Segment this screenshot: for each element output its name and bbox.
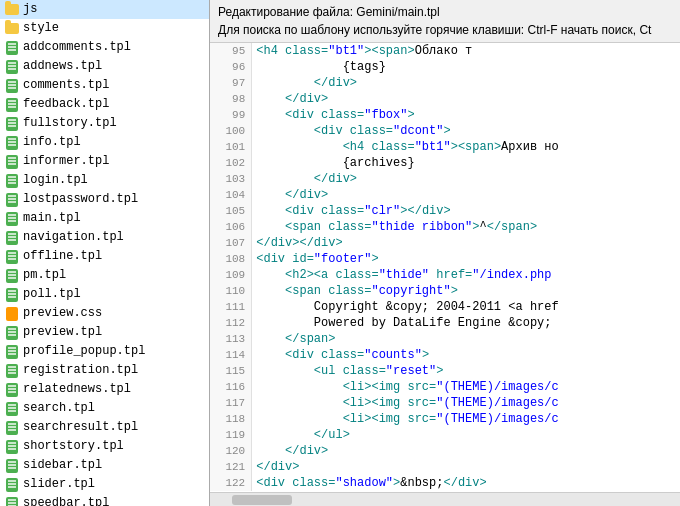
line-number: 96 [210, 59, 252, 75]
tpl-file-icon [6, 155, 18, 169]
tpl-file-icon [6, 136, 18, 150]
file-tree-item[interactable]: lostpassword.tpl [0, 190, 209, 209]
code-row: 102 {archives} [210, 155, 680, 171]
file-name: search.tpl [23, 400, 95, 417]
file-tree-item[interactable]: main.tpl [0, 209, 209, 228]
code-row: 119 </ul> [210, 427, 680, 443]
file-tree-item[interactable]: js [0, 0, 209, 19]
tpl-file-icon [6, 459, 18, 473]
file-tree-item[interactable]: fullstory.tpl [0, 114, 209, 133]
code-line: </div> [252, 443, 680, 459]
line-number: 110 [210, 283, 252, 299]
file-name: sidebar.tpl [23, 457, 102, 474]
code-line: <ul class="reset"> [252, 363, 680, 379]
bottom-scrollbar[interactable] [210, 492, 680, 506]
code-line: <div class="clr"></div> [252, 203, 680, 219]
main-container: jsstyleaddcomments.tpladdnews.tplcomment… [0, 0, 680, 506]
file-name: js [23, 1, 37, 18]
code-row: 109 <h2><a class="thide" href="/index.ph… [210, 267, 680, 283]
line-number: 115 [210, 363, 252, 379]
code-row: 105 <div class="clr"></div> [210, 203, 680, 219]
file-name: addnews.tpl [23, 58, 102, 75]
file-tree-item[interactable]: preview.css [0, 304, 209, 323]
code-line: </div> [252, 171, 680, 187]
code-line: Powered by DataLife Engine &copy; [252, 315, 680, 331]
line-number: 97 [210, 75, 252, 91]
file-tree-item[interactable]: slider.tpl [0, 475, 209, 494]
code-row: 111 Copyright &copy; 2004-2011 <a href [210, 299, 680, 315]
file-tree-item[interactable]: addcomments.tpl [0, 38, 209, 57]
file-name: preview.css [23, 305, 102, 322]
file-tree-item[interactable]: pm.tpl [0, 266, 209, 285]
code-line: </div> [252, 75, 680, 91]
file-tree-item[interactable]: profile_popup.tpl [0, 342, 209, 361]
file-name: fullstory.tpl [23, 115, 117, 132]
file-tree-item[interactable]: login.tpl [0, 171, 209, 190]
file-tree-item[interactable]: offline.tpl [0, 247, 209, 266]
file-tree-item[interactable]: style [0, 19, 209, 38]
line-number: 113 [210, 331, 252, 347]
file-tree-item[interactable]: search.tpl [0, 399, 209, 418]
tpl-file-icon [6, 41, 18, 55]
code-line: <h4 class="bt1"><span>Архив но [252, 139, 680, 155]
code-row: 95<h4 class="bt1"><span>Облако т [210, 43, 680, 59]
code-row: 101 <h4 class="bt1"><span>Архив но [210, 139, 680, 155]
file-tree-item[interactable]: feedback.tpl [0, 95, 209, 114]
code-row: 99 <div class="fbox"> [210, 107, 680, 123]
file-tree-item[interactable]: informer.tpl [0, 152, 209, 171]
file-tree-item[interactable]: comments.tpl [0, 76, 209, 95]
line-number: 109 [210, 267, 252, 283]
tpl-file-icon [6, 98, 18, 112]
file-tree-item[interactable]: info.tpl [0, 133, 209, 152]
file-tree-item[interactable]: sidebar.tpl [0, 456, 209, 475]
line-number: 117 [210, 395, 252, 411]
code-row: 96 {tags} [210, 59, 680, 75]
line-number: 118 [210, 411, 252, 427]
file-name: offline.tpl [23, 248, 102, 265]
code-row: 113 </span> [210, 331, 680, 347]
tpl-file-icon [6, 421, 18, 435]
file-name: lostpassword.tpl [23, 191, 138, 208]
code-line: <div id="footer"> [252, 251, 680, 267]
file-tree-item[interactable]: preview.tpl [0, 323, 209, 342]
line-number: 107 [210, 235, 252, 251]
code-line: {archives} [252, 155, 680, 171]
file-tree-item[interactable]: registration.tpl [0, 361, 209, 380]
file-tree-item[interactable]: addnews.tpl [0, 57, 209, 76]
code-row: 117 <li><img src="(THEME)/images/c [210, 395, 680, 411]
code-line: <div class="fbox"> [252, 107, 680, 123]
file-tree-item[interactable]: searchresult.tpl [0, 418, 209, 437]
tpl-file-icon [6, 231, 18, 245]
tpl-file-icon [6, 212, 18, 226]
file-tree-list: jsstyleaddcomments.tpladdnews.tplcomment… [0, 0, 209, 506]
file-tree-item[interactable]: speedbar.tpl [0, 494, 209, 506]
tpl-file-icon [6, 326, 18, 340]
code-line: Copyright &copy; 2004-2011 <a href [252, 299, 680, 315]
file-tree-item[interactable]: navigation.tpl [0, 228, 209, 247]
code-line: </div></div> [252, 235, 680, 251]
tpl-file-icon [6, 478, 18, 492]
tpl-file-icon [6, 269, 18, 283]
code-line: <div class="counts"> [252, 347, 680, 363]
code-line: <li><img src="(THEME)/images/c [252, 379, 680, 395]
file-name: registration.tpl [23, 362, 138, 379]
code-line: <div class="dcont"> [252, 123, 680, 139]
file-tree-item[interactable]: shortstory.tpl [0, 437, 209, 456]
file-tree-item[interactable]: relatednews.tpl [0, 380, 209, 399]
code-row: 104 </div> [210, 187, 680, 203]
tpl-file-icon [6, 440, 18, 454]
editor-content[interactable]: 95<h4 class="bt1"><span>Облако т96 {tags… [210, 43, 680, 492]
tpl-file-icon [6, 250, 18, 264]
code-row: 100 <div class="dcont"> [210, 123, 680, 139]
code-row: 116 <li><img src="(THEME)/images/c [210, 379, 680, 395]
editor-header: Редактирование файла: Gemini/main.tpl Дл… [210, 0, 680, 43]
code-line: {tags} [252, 59, 680, 75]
file-tree: jsstyleaddcomments.tpladdnews.tplcomment… [0, 0, 210, 506]
file-tree-item[interactable]: poll.tpl [0, 285, 209, 304]
code-row: 114 <div class="counts"> [210, 347, 680, 363]
file-name: relatednews.tpl [23, 381, 131, 398]
file-name: login.tpl [23, 172, 88, 189]
tpl-file-icon [6, 402, 18, 416]
file-name: addcomments.tpl [23, 39, 131, 56]
line-number: 98 [210, 91, 252, 107]
